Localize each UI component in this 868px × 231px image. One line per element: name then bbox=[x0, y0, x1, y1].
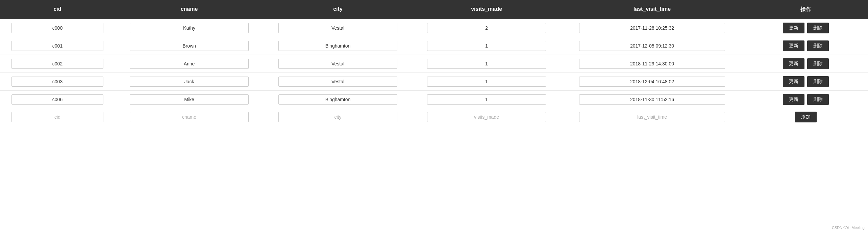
ops-group: 更新 删除 bbox=[743, 94, 868, 105]
ops-group: 更新 删除 bbox=[743, 58, 868, 69]
cid-value: c001 bbox=[11, 41, 103, 51]
cname-input[interactable] bbox=[130, 77, 249, 87]
cid-value: c000 bbox=[11, 23, 103, 33]
cell-city bbox=[264, 59, 412, 69]
lastvisit-input[interactable] bbox=[579, 77, 725, 87]
ops-group: 更新 删除 bbox=[743, 40, 868, 51]
cell-cid: c006 bbox=[0, 94, 115, 105]
add-lastvisit-cell bbox=[561, 112, 743, 122]
city-input[interactable] bbox=[278, 59, 397, 69]
footer-note: CSDN ©Ye-Meeling bbox=[832, 226, 865, 230]
cid-value: c003 bbox=[11, 77, 103, 87]
add-ops-group: 添加 bbox=[743, 112, 868, 122]
city-input[interactable] bbox=[278, 23, 397, 33]
rows-container: c000 更新 删除 c001 bbox=[0, 19, 868, 108]
visits-input[interactable] bbox=[427, 41, 546, 51]
update-button[interactable]: 更新 bbox=[783, 23, 804, 33]
cell-visits bbox=[412, 59, 561, 69]
update-button[interactable]: 更新 bbox=[783, 94, 804, 105]
cell-ops: 更新 删除 bbox=[743, 58, 868, 69]
lastvisit-input[interactable] bbox=[579, 94, 725, 105]
header-city: city bbox=[264, 0, 412, 19]
cell-ops: 更新 删除 bbox=[743, 23, 868, 33]
cell-lastvisit bbox=[561, 23, 743, 33]
ops-group: 更新 删除 bbox=[743, 23, 868, 33]
visits-input[interactable] bbox=[427, 23, 546, 33]
cname-input[interactable] bbox=[130, 59, 249, 69]
add-cname-input[interactable] bbox=[130, 112, 249, 122]
header-lastvisit: last_visit_time bbox=[561, 0, 743, 19]
cell-cid: c002 bbox=[0, 59, 115, 69]
lastvisit-input[interactable] bbox=[579, 59, 725, 69]
cell-cname bbox=[115, 23, 264, 33]
delete-button[interactable]: 删除 bbox=[807, 23, 829, 33]
table-row: c000 更新 删除 bbox=[0, 19, 868, 37]
add-lastvisit-input[interactable] bbox=[579, 112, 725, 122]
cell-ops: 更新 删除 bbox=[743, 40, 868, 51]
visits-input[interactable] bbox=[427, 59, 546, 69]
cell-lastvisit bbox=[561, 41, 743, 51]
cell-visits bbox=[412, 94, 561, 105]
add-cid-cell bbox=[0, 112, 115, 122]
city-input[interactable] bbox=[278, 77, 397, 87]
delete-button[interactable]: 删除 bbox=[807, 76, 829, 87]
header-ops: 操作 bbox=[743, 0, 868, 19]
cell-visits bbox=[412, 77, 561, 87]
header-visits: visits_made bbox=[412, 0, 561, 19]
cell-city bbox=[264, 41, 412, 51]
table-header: cid cname city visits_made last_visit_ti… bbox=[0, 0, 868, 19]
update-button[interactable]: 更新 bbox=[783, 76, 804, 87]
cell-lastvisit bbox=[561, 77, 743, 87]
table-row: c002 更新 删除 bbox=[0, 55, 868, 73]
ops-group: 更新 删除 bbox=[743, 76, 868, 87]
cell-cid: c000 bbox=[0, 23, 115, 33]
table-row: c006 更新 删除 bbox=[0, 91, 868, 108]
add-visits-input[interactable] bbox=[427, 112, 546, 122]
add-cid-input[interactable] bbox=[11, 112, 103, 122]
delete-button[interactable]: 删除 bbox=[807, 58, 829, 69]
add-ops-cell: 添加 bbox=[743, 112, 868, 122]
add-button[interactable]: 添加 bbox=[795, 112, 817, 122]
visits-input[interactable] bbox=[427, 77, 546, 87]
cell-cid: c001 bbox=[0, 41, 115, 51]
delete-button[interactable]: 删除 bbox=[807, 40, 829, 51]
cell-visits bbox=[412, 23, 561, 33]
table-row: c001 更新 删除 bbox=[0, 37, 868, 55]
delete-button[interactable]: 删除 bbox=[807, 94, 829, 105]
cname-input[interactable] bbox=[130, 94, 249, 105]
visits-input[interactable] bbox=[427, 94, 546, 105]
main-table: cid cname city visits_made last_visit_ti… bbox=[0, 0, 868, 231]
update-button[interactable]: 更新 bbox=[783, 40, 804, 51]
cell-cname bbox=[115, 94, 264, 105]
add-visits-cell bbox=[412, 112, 561, 122]
cell-lastvisit bbox=[561, 59, 743, 69]
cell-cid: c003 bbox=[0, 77, 115, 87]
add-city-cell bbox=[264, 112, 412, 122]
cell-cname bbox=[115, 77, 264, 87]
cid-value: c006 bbox=[11, 94, 103, 105]
cid-value: c002 bbox=[11, 59, 103, 69]
update-button[interactable]: 更新 bbox=[783, 58, 804, 69]
cell-city bbox=[264, 94, 412, 105]
cell-cname bbox=[115, 41, 264, 51]
cell-lastvisit bbox=[561, 94, 743, 105]
cname-input[interactable] bbox=[130, 23, 249, 33]
cell-city bbox=[264, 23, 412, 33]
city-input[interactable] bbox=[278, 41, 397, 51]
add-city-input[interactable] bbox=[278, 112, 397, 122]
table-row: c003 更新 删除 bbox=[0, 73, 868, 91]
add-row: 添加 bbox=[0, 108, 868, 126]
add-cname-cell bbox=[115, 112, 264, 122]
cname-input[interactable] bbox=[130, 41, 249, 51]
cell-cname bbox=[115, 59, 264, 69]
header-cname: cname bbox=[115, 0, 264, 19]
cell-ops: 更新 删除 bbox=[743, 94, 868, 105]
cell-city bbox=[264, 77, 412, 87]
cell-ops: 更新 删除 bbox=[743, 76, 868, 87]
city-input[interactable] bbox=[278, 94, 397, 105]
cell-visits bbox=[412, 41, 561, 51]
lastvisit-input[interactable] bbox=[579, 41, 725, 51]
lastvisit-input[interactable] bbox=[579, 23, 725, 33]
header-cid: cid bbox=[0, 0, 115, 19]
